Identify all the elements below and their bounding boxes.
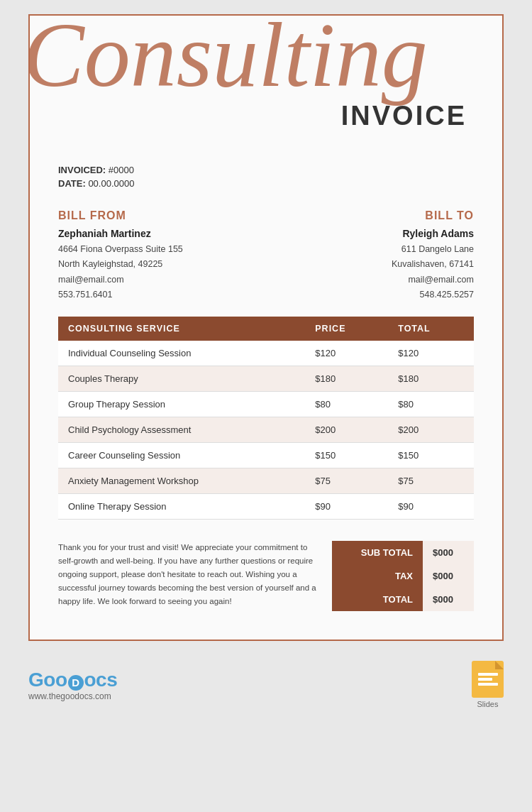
bill-to-phone: 548.425.5257 <box>275 287 474 302</box>
subtotal-row: SUB TOTAL $000 <box>332 541 474 564</box>
table-row: Online Therapy Session $90 $90 <box>58 494 474 520</box>
date-value: 00.00.0000 <box>88 178 134 189</box>
col-price: PRICE <box>305 317 388 341</box>
brand-d: D <box>68 675 84 691</box>
service-name: Career Counseling Session <box>58 443 305 468</box>
bill-to-address1: 611 Dangelo Lane <box>275 242 474 257</box>
slides-icon-shape <box>472 661 504 698</box>
date-line: DATE: 00.00.0000 <box>58 178 474 189</box>
bill-from-address1: 4664 Fiona Overpass Suite 155 <box>58 242 257 257</box>
service-price: $180 <box>305 366 388 392</box>
page-wrapper: Consulting INVOICE INVOICED: #0000 DATE:… <box>0 0 532 812</box>
table-row: Child Psychology Assessment $200 $200 <box>58 417 474 443</box>
total-value: $000 <box>423 588 474 611</box>
footer-bar: GooDocs www.thegoodocs.com Slides <box>0 648 532 715</box>
subtotal-value: $000 <box>423 541 474 564</box>
bill-to-details: 611 Dangelo Lane Kuvalishaven, 67141 mai… <box>275 242 474 302</box>
totals-table: SUB TOTAL $000 TAX $000 TOTAL $000 <box>332 541 474 611</box>
consulting-title: Consulting <box>30 16 428 101</box>
date-label: DATE: <box>58 178 86 189</box>
service-price: $120 <box>305 341 388 366</box>
header-section: Consulting INVOICE <box>30 16 502 158</box>
slides-icon: Slides <box>472 661 504 708</box>
service-total: $90 <box>388 494 474 520</box>
service-name: Individual Counseling Session <box>58 341 305 366</box>
slides-line-1 <box>478 673 498 676</box>
service-total: $200 <box>388 417 474 443</box>
table-row: Couples Therapy $180 $180 <box>58 366 474 392</box>
bill-to: BILL TO Ryleigh Adams 611 Dangelo Lane K… <box>275 209 474 302</box>
table-row: Anxiety Management Workshop $75 $75 <box>58 468 474 494</box>
bill-to-heading: BILL TO <box>275 209 474 222</box>
bill-from-email: mail@email.com <box>58 273 257 287</box>
invoiced-value: #0000 <box>109 165 134 175</box>
service-price: $150 <box>305 443 388 468</box>
table-section: CONSULTING SERVICE PRICE TOTAL Individua… <box>30 317 502 520</box>
service-total: $75 <box>388 468 474 494</box>
gooddocs-brand: GooDocs <box>28 669 117 691</box>
bottom-section: Thank you for your trust and visit! We a… <box>30 534 502 618</box>
table-row: Group Therapy Session $80 $80 <box>58 392 474 417</box>
bill-from-name: Zephaniah Martinez <box>58 228 257 239</box>
bill-from-details: 4664 Fiona Overpass Suite 155 North Kayl… <box>58 242 257 302</box>
subtotal-label: SUB TOTAL <box>332 541 423 564</box>
slides-line-2 <box>478 678 492 681</box>
billing-section: BILL FROM Zephaniah Martinez 4664 Fiona … <box>30 199 502 317</box>
service-name: Couples Therapy <box>58 366 305 392</box>
table-row: Career Counseling Session $150 $150 <box>58 443 474 468</box>
service-total: $150 <box>388 443 474 468</box>
tax-label: TAX <box>332 564 423 588</box>
service-total: $80 <box>388 392 474 417</box>
bill-from-heading: BILL FROM <box>58 209 257 222</box>
invoiced-label: INVOICED: <box>58 165 106 175</box>
brand-ocs: ocs <box>84 669 118 691</box>
table-row: Individual Counseling Session $120 $120 <box>58 341 474 366</box>
service-total: $120 <box>388 341 474 366</box>
bill-from-address2: North Kayleighstad, 49225 <box>58 257 257 272</box>
bill-from-phone: 553.751.6401 <box>58 287 257 302</box>
service-name: Anxiety Management Workshop <box>58 468 305 494</box>
service-name: Child Psychology Assessment <box>58 417 305 443</box>
service-table: CONSULTING SERVICE PRICE TOTAL Individua… <box>58 317 474 520</box>
col-service: CONSULTING SERVICE <box>58 317 305 341</box>
service-price: $90 <box>305 494 388 520</box>
bill-to-address2: Kuvalishaven, 67141 <box>275 257 474 272</box>
service-name: Online Therapy Session <box>58 494 305 520</box>
table-header-row: CONSULTING SERVICE PRICE TOTAL <box>58 317 474 341</box>
slides-line-3 <box>478 683 498 686</box>
service-price: $75 <box>305 468 388 494</box>
gooddocs-url: www.thegoodocs.com <box>28 691 117 701</box>
slides-label: Slides <box>477 700 499 708</box>
bill-from: BILL FROM Zephaniah Martinez 4664 Fiona … <box>58 209 257 302</box>
thank-you-text: Thank you for your trust and visit! We a… <box>58 541 318 608</box>
invoice-card: Consulting INVOICE INVOICED: #0000 DATE:… <box>28 14 504 641</box>
service-name: Group Therapy Session <box>58 392 305 417</box>
invoice-label: INVOICE <box>341 101 467 131</box>
invoice-meta: INVOICED: #0000 DATE: 00.00.0000 <box>30 158 502 199</box>
col-total: TOTAL <box>388 317 474 341</box>
tax-row: TAX $000 <box>332 564 474 588</box>
service-price: $80 <box>305 392 388 417</box>
bill-to-email: mail@email.com <box>275 273 474 287</box>
total-label: TOTAL <box>332 588 423 611</box>
tax-value: $000 <box>423 564 474 588</box>
service-total: $180 <box>388 366 474 392</box>
invoiced-line: INVOICED: #0000 <box>58 165 474 175</box>
total-row: TOTAL $000 <box>332 588 474 611</box>
service-price: $200 <box>305 417 388 443</box>
gooddocs-logo: GooDocs www.thegoodocs.com <box>28 669 117 701</box>
brand-goo: Goo <box>28 669 67 691</box>
bill-to-name: Ryleigh Adams <box>275 228 474 239</box>
slides-lines <box>478 673 498 686</box>
